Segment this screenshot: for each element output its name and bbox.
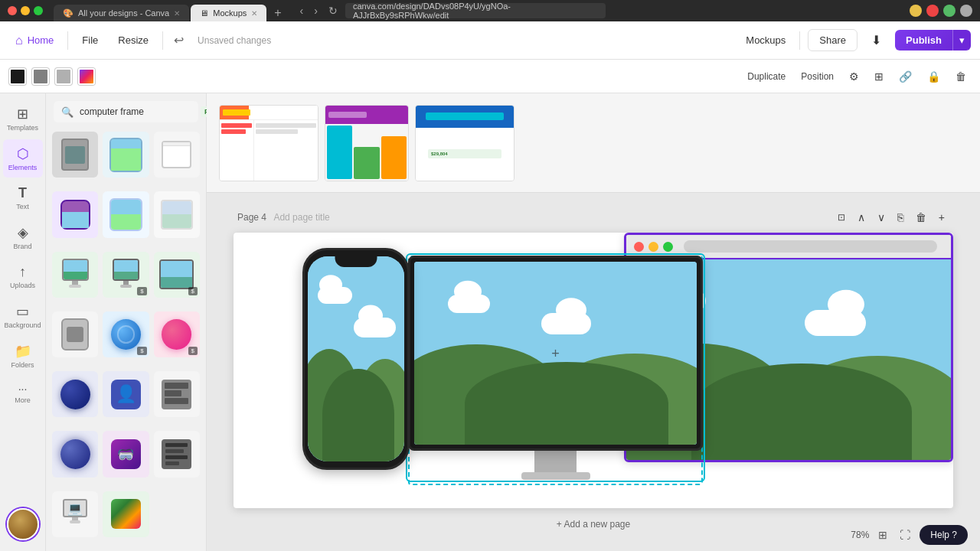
list-item[interactable] xyxy=(154,191,200,237)
color-swatch-light[interactable] xyxy=(55,68,72,85)
list-item[interactable]: $ xyxy=(154,252,200,298)
maximize-dot[interactable] xyxy=(34,6,43,15)
list-item[interactable]: $ xyxy=(103,252,149,298)
canvas-page[interactable]: + xyxy=(234,233,953,508)
sidebar-item-uploads[interactable]: ↑ Uploads xyxy=(3,258,43,295)
delete-button[interactable]: 🗑 xyxy=(951,67,971,86)
browser-url-bar xyxy=(684,240,937,253)
mockups-tab[interactable]: 🖥 Mockups ✕ xyxy=(191,5,266,21)
user-avatar[interactable] xyxy=(7,508,39,540)
publish-dropdown-button[interactable]: ▾ xyxy=(952,30,971,51)
page-duplicate-button[interactable]: ⎘ xyxy=(893,208,908,227)
mockups-button[interactable]: Mockups xyxy=(740,31,792,49)
page-thumbnail-3[interactable]: $29,804 xyxy=(415,105,514,181)
folders-label: Folders xyxy=(11,361,34,369)
filter-button[interactable]: ⚙ xyxy=(844,67,864,86)
browser-more-icon[interactable] xyxy=(960,5,972,17)
fullscreen-button[interactable]: ⛶ xyxy=(897,526,913,544)
list-item[interactable] xyxy=(52,431,98,477)
list-item[interactable] xyxy=(154,371,200,417)
page-header-row: Page 4 Add page title ⊡ ∧ ∨ ⎘ 🗑 + xyxy=(222,208,965,227)
page-up-button[interactable]: ∧ xyxy=(853,208,870,227)
browser-dot-yellow xyxy=(648,242,658,252)
help-button[interactable]: Help ? xyxy=(920,525,968,545)
price-badge: $ xyxy=(188,347,198,355)
uploads-icon: ↑ xyxy=(19,264,26,280)
grid-button[interactable]: ⊞ xyxy=(870,67,888,86)
sidebar-item-more[interactable]: ··· More xyxy=(3,377,43,410)
page-delete-button[interactable]: 🗑 xyxy=(911,208,931,227)
position-button[interactable]: Position xyxy=(796,68,838,85)
list-item[interactable]: 💻 xyxy=(52,491,98,537)
sidebar-item-text[interactable]: T Text xyxy=(3,179,43,217)
tab-close-mockups[interactable]: ✕ xyxy=(251,9,257,18)
color-swatch-gray[interactable] xyxy=(32,68,49,85)
sidebar-item-templates[interactable]: ⊞ Templates xyxy=(3,99,43,138)
monitor-mockup[interactable]: + xyxy=(408,256,703,480)
sidebar-item-background[interactable]: ▭ Background xyxy=(3,297,43,335)
browser-nav: ‹ › ↻ xyxy=(297,3,341,18)
page-options-button[interactable]: ⊡ xyxy=(833,208,850,227)
forward-button[interactable]: › xyxy=(311,3,321,18)
duplicate-button[interactable]: Duplicate xyxy=(743,68,790,85)
list-item[interactable] xyxy=(154,132,200,178)
list-item[interactable] xyxy=(52,252,98,298)
new-tab-button[interactable]: + xyxy=(271,5,284,21)
list-item[interactable]: 👤 xyxy=(103,371,149,417)
minimize-dot[interactable] xyxy=(21,6,30,15)
download-button[interactable]: ⬇ xyxy=(865,30,887,51)
browser-extension2-icon[interactable] xyxy=(926,5,939,17)
publish-button[interactable]: Publish xyxy=(895,30,952,51)
add-title-label[interactable]: Add page title xyxy=(273,212,329,223)
undo-button[interactable]: ↩ xyxy=(171,30,187,51)
uploads-label: Uploads xyxy=(10,282,35,289)
page-down-button[interactable]: ∨ xyxy=(873,208,890,227)
resize-button[interactable]: Resize xyxy=(112,31,155,49)
page-thumbnail-1[interactable] xyxy=(219,105,318,181)
list-item[interactable] xyxy=(52,191,98,237)
text-label: Text xyxy=(16,203,29,210)
color-swatch-black[interactable] xyxy=(9,68,26,85)
bottom-toolbar: 78% ⊞ ⛶ Help ? xyxy=(851,525,968,545)
page-thumbnail-2[interactable] xyxy=(325,105,409,181)
list-item[interactable] xyxy=(103,191,149,237)
list-item[interactable]: $ xyxy=(103,311,149,357)
list-item[interactable]: 🥽 xyxy=(103,431,149,477)
browser-extension-icon[interactable] xyxy=(910,5,922,17)
templates-label: Templates xyxy=(7,124,38,132)
canva-tab[interactable]: 🎨 All your designs - Canva ✕ xyxy=(54,5,189,21)
list-item[interactable] xyxy=(103,491,149,537)
file-button[interactable]: File xyxy=(76,31,104,49)
list-item[interactable] xyxy=(52,311,98,357)
back-button[interactable]: ‹ xyxy=(297,3,307,18)
add-page-button[interactable]: + Add a new page xyxy=(544,514,642,534)
grid-view-button[interactable]: ⊞ xyxy=(875,526,890,544)
list-item[interactable] xyxy=(103,132,149,178)
address-bar[interactable]: canva.com/design/DADvs08P4yU/ygNOa-AJJrB… xyxy=(345,3,606,18)
avatar-area xyxy=(3,504,43,545)
list-item[interactable] xyxy=(52,132,98,178)
link-button[interactable]: 🔗 xyxy=(894,67,916,86)
elements-grid: $ $ $ xyxy=(46,127,206,551)
phone-mockup[interactable] xyxy=(302,248,416,476)
list-item[interactable] xyxy=(52,371,98,417)
lock-button[interactable]: 🔒 xyxy=(923,67,945,86)
browser-actions xyxy=(910,5,972,17)
page-add-button[interactable]: + xyxy=(934,208,949,227)
more-icon: ··· xyxy=(18,383,28,395)
share-button[interactable]: Share xyxy=(808,29,858,51)
refresh-button[interactable]: ↻ xyxy=(325,3,341,18)
home-button[interactable]: ⌂ Home xyxy=(9,31,60,51)
sidebar-item-folders[interactable]: 📁 Folders xyxy=(3,337,43,375)
list-item[interactable]: $ xyxy=(154,311,200,357)
elements-label: Elements xyxy=(8,164,38,171)
search-input[interactable] xyxy=(80,106,194,117)
home-label: Home xyxy=(28,34,54,46)
color-swatch-gradient[interactable] xyxy=(78,68,95,85)
close-dot[interactable] xyxy=(8,6,17,15)
browser-profile-icon[interactable] xyxy=(943,5,956,17)
list-item[interactable] xyxy=(154,431,200,477)
sidebar-item-brand[interactable]: ◈ Brand xyxy=(3,218,43,256)
tab-close-canva[interactable]: ✕ xyxy=(174,9,180,18)
sidebar-item-elements[interactable]: ⬡ Elements xyxy=(3,139,43,178)
